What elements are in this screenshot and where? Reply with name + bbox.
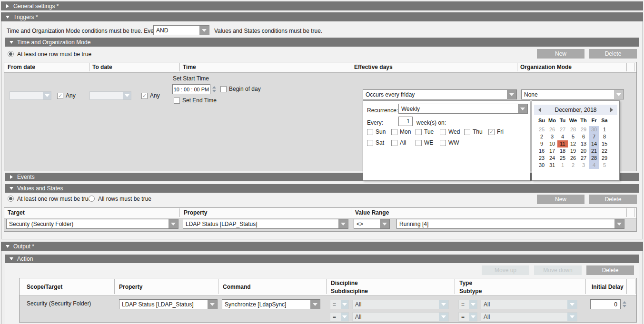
weekday-checkbox[interactable]: Thu — [464, 128, 488, 135]
triggers-section-bar[interactable]: Triggers * — [1, 12, 643, 21]
column-divider[interactable] — [626, 63, 627, 71]
column-divider[interactable] — [626, 208, 627, 217]
calendar-day[interactable]: 11 — [557, 140, 568, 147]
initial-delay-input[interactable]: 0 — [590, 299, 621, 309]
calendar-day[interactable]: 30 — [589, 126, 599, 133]
time-org-new-button[interactable]: New — [537, 49, 585, 59]
calendar-day[interactable]: 1 — [599, 126, 610, 133]
subtype-select[interactable]: All — [481, 312, 577, 322]
column-divider[interactable] — [585, 279, 586, 294]
next-month-icon[interactable] — [610, 108, 613, 112]
weekday-checkbox[interactable]: Tue — [416, 128, 440, 135]
vs-value-select[interactable]: Running [4] — [396, 219, 624, 229]
column-divider[interactable] — [351, 208, 351, 217]
calendar-day[interactable]: 3 — [547, 133, 557, 140]
calendar-day[interactable]: 18 — [557, 147, 568, 155]
vs-new-button[interactable]: New — [537, 195, 585, 204]
organization-mode-select[interactable]: None — [521, 89, 624, 99]
weekday-checkbox[interactable]: Mon — [391, 128, 416, 135]
discipline-operator-select[interactable]: = — [330, 300, 349, 309]
type-operator-select[interactable]: = — [458, 300, 477, 309]
move-up-button[interactable]: Move up — [482, 265, 529, 275]
prev-month-icon[interactable] — [538, 108, 541, 112]
calendar-day[interactable]: 6 — [578, 133, 589, 140]
recurrence-select[interactable]: Weekly — [398, 104, 528, 114]
calendar-day[interactable]: 17 — [547, 147, 557, 155]
calendar-day[interactable]: 9 — [536, 140, 547, 147]
calendar-day[interactable]: 25 — [557, 155, 568, 162]
weekday-checkbox[interactable]: Sun — [367, 128, 391, 135]
column-divider[interactable] — [179, 208, 180, 217]
column-divider[interactable] — [326, 279, 327, 294]
column-divider[interactable] — [634, 208, 634, 217]
calendar-day[interactable]: 28 — [589, 155, 599, 162]
vs-target-select[interactable]: Security (Security Folder) — [6, 219, 178, 229]
calendar-day[interactable]: 1 — [557, 162, 568, 169]
move-down-button[interactable]: Move down — [534, 265, 582, 275]
column-divider[interactable] — [634, 63, 634, 71]
column-divider[interactable] — [517, 63, 517, 71]
start-time-input[interactable]: 10 : 00 : 00 PM — [172, 84, 210, 94]
weekday-checkbox[interactable]: Fri — [488, 128, 513, 135]
initial-delay-spinner[interactable] — [622, 299, 627, 309]
calendar-day[interactable]: 13 — [578, 140, 589, 147]
calendar-day[interactable]: 5 — [568, 133, 578, 140]
events-operator-select[interactable]: AND — [153, 25, 209, 35]
vs-property-select[interactable]: LDAP Status [LDAP_Status] — [183, 219, 348, 229]
action-section-bar[interactable]: Action — [5, 255, 639, 263]
calendar-day[interactable]: 19 — [568, 147, 578, 155]
general-settings-section-bar[interactable]: General settings * — [1, 1, 643, 10]
to-any-checkbox[interactable]: Any — [141, 92, 160, 99]
weekday-checkbox[interactable]: WW — [440, 139, 464, 146]
calendar-day[interactable]: 26 — [547, 126, 557, 133]
time-org-section-bar[interactable]: Time and Organization Mode — [5, 38, 639, 47]
calendar-day[interactable]: 7 — [589, 133, 599, 140]
calendar-day[interactable]: 4 — [557, 133, 568, 140]
from-any-checkbox[interactable]: Any — [57, 92, 76, 99]
calendar-day[interactable]: 27 — [578, 155, 589, 162]
calendar-day[interactable]: 27 — [557, 126, 568, 133]
weekday-checkbox[interactable]: Wed — [440, 128, 464, 135]
calendar-day[interactable]: 15 — [599, 140, 610, 147]
calendar-day[interactable]: 28 — [568, 126, 578, 133]
column-divider[interactable] — [89, 63, 89, 71]
column-divider[interactable] — [218, 279, 218, 294]
column-divider[interactable] — [179, 63, 180, 71]
calendar-day[interactable]: 10 — [547, 140, 557, 147]
type-select[interactable]: All — [481, 300, 577, 309]
calendar-day[interactable]: 22 — [599, 147, 610, 155]
calendar-day[interactable]: 25 — [536, 126, 547, 133]
calendar-day[interactable]: 8 — [599, 133, 610, 140]
from-date-picker[interactable] — [10, 91, 51, 100]
calendar-day[interactable]: 30 — [536, 162, 547, 169]
calendar-day[interactable]: 14 — [589, 140, 599, 147]
calendar-day[interactable]: 24 — [547, 155, 557, 162]
subtype-operator-select[interactable]: = — [458, 312, 477, 322]
weekday-checkbox[interactable]: WE — [416, 139, 440, 146]
action-property-select[interactable]: LDAP Status [LDAP_Status] — [119, 299, 218, 309]
column-divider[interactable] — [626, 279, 627, 294]
calendar-day[interactable]: 26 — [568, 155, 578, 162]
column-divider[interactable] — [114, 279, 115, 294]
vs-delete-button[interactable]: Delete — [589, 195, 637, 204]
calendar-day[interactable]: 5 — [599, 162, 610, 169]
to-date-picker[interactable] — [89, 91, 131, 100]
column-divider[interactable] — [635, 279, 635, 294]
time-spinner[interactable] — [212, 84, 217, 94]
action-delete-button[interactable]: Delete — [586, 265, 634, 275]
column-divider[interactable] — [351, 63, 351, 71]
output-section-bar[interactable]: Output * — [1, 242, 643, 251]
time-org-rule-radio[interactable] — [8, 51, 14, 57]
discipline-select[interactable]: All — [352, 300, 449, 309]
vs-rule-all-radio[interactable] — [89, 196, 95, 202]
calendar-day[interactable]: 29 — [599, 155, 610, 162]
calendar-day[interactable]: 2 — [568, 162, 578, 169]
weekday-checkbox[interactable]: Sat — [367, 139, 391, 146]
column-divider[interactable] — [455, 279, 455, 294]
calendar-day[interactable]: 12 — [568, 140, 578, 147]
begin-of-day-checkbox[interactable]: Begin of day — [220, 86, 261, 92]
subdiscipline-operator-select[interactable]: = — [330, 312, 349, 322]
calendar-day[interactable]: 16 — [536, 147, 547, 155]
calendar-day[interactable]: 29 — [578, 126, 589, 133]
time-org-delete-button[interactable]: Delete — [589, 49, 637, 59]
